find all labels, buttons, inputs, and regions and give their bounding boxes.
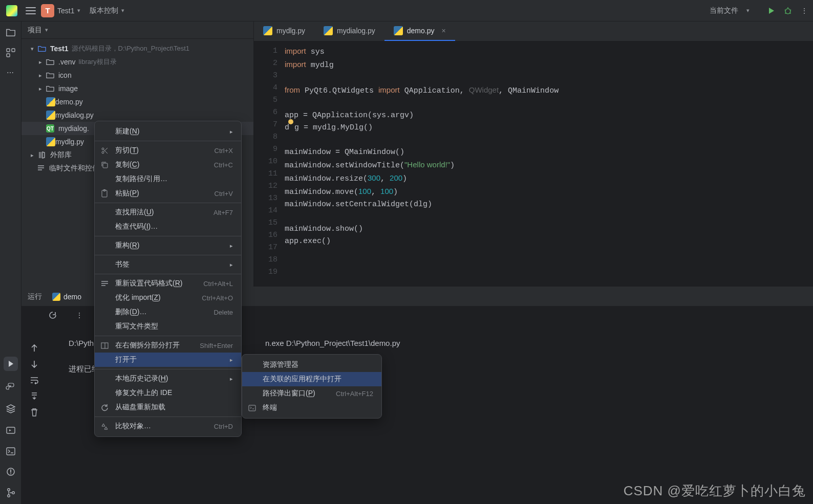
svg-point-10 [102, 148, 104, 150]
tree-item-name: mydlg.py [55, 138, 84, 146]
copy-icon [101, 161, 109, 169]
tree-row[interactable]: ▸ .venv library根目录 [22, 55, 253, 69]
scroll-to-end-icon[interactable] [30, 391, 38, 401]
code-area[interactable]: 12345678910111213141516171819 import sys… [254, 41, 813, 287]
project-panel-header[interactable]: 项目 ▾ [22, 21, 253, 39]
folder-icon[interactable] [6, 28, 16, 37]
tree-root[interactable]: ▾ Test1 源代码根目录，D:\Python_Project\Test1 [22, 42, 253, 55]
chevron-right-icon: ▸ [230, 357, 233, 363]
chevron-right-icon[interactable]: ▸ [37, 85, 44, 92]
ctx-reload[interactable]: 从磁盘重新加载 [95, 400, 241, 414]
python-file-icon [394, 26, 403, 35]
svg-rect-2 [12, 49, 15, 52]
project-badge[interactable]: T [41, 4, 54, 17]
tree-row[interactable]: ▸ icon [22, 69, 253, 82]
run-side-toolbar [27, 343, 42, 417]
layers-icon[interactable] [6, 404, 16, 414]
tree-row[interactable]: demo.py [22, 95, 253, 108]
more-icon[interactable]: ⋯ [7, 69, 15, 77]
open-in-submenu: 资源管理器 在关联的应用程序中打开 路径弹出窗口(P)Ctrl+Alt+F12 … [242, 354, 382, 419]
ctx-inspect[interactable]: 检查代码(I)… [95, 220, 241, 234]
editor-tab[interactable]: mydlg.py [254, 21, 314, 41]
watermark: CSDN @爱吃红萝卜的小白兔 [624, 482, 806, 500]
chevron-down-icon[interactable]: ▾ [77, 7, 80, 14]
structure-icon[interactable] [6, 48, 15, 57]
python-file-icon [46, 97, 55, 106]
soft-wrap-icon[interactable] [30, 376, 39, 384]
chevron-right-icon[interactable]: ▸ [37, 59, 44, 65]
terminal-icon[interactable] [6, 447, 16, 456]
ctx-find-usage[interactable]: 查找用法(U)Alt+F7 [95, 205, 241, 220]
python-file-icon [52, 293, 60, 301]
ctx-repair[interactable]: 修复文件上的 IDE [95, 386, 241, 400]
terminal-icon [248, 405, 256, 411]
sub-terminal[interactable]: 终端 [242, 401, 381, 415]
more-icon[interactable]: ⋮ [801, 7, 809, 15]
chevron-down-icon[interactable]: ▾ [29, 46, 36, 52]
folder-icon [38, 45, 46, 52]
ctx-new[interactable]: 新建(N)▸ [95, 124, 241, 139]
svg-point-8 [7, 495, 10, 497]
problems-icon[interactable] [6, 467, 15, 476]
chevron-down-icon[interactable]: ▾ [746, 7, 750, 14]
chevron-down-icon: ▾ [45, 27, 48, 33]
tab-label: mydialog.py [337, 27, 375, 35]
python-file-icon [324, 26, 333, 35]
scratch-icon [37, 164, 45, 172]
trash-icon[interactable] [30, 408, 38, 417]
tab-label: mydlg.py [276, 27, 305, 35]
topbar: T Test1 ▾ 版本控制 ▾ 当前文件 ▾ ⋮ [0, 0, 813, 21]
svg-rect-3 [7, 54, 10, 57]
tree-root-name: Test1 [50, 45, 69, 53]
ctx-open-in[interactable]: 打开于▸ [95, 353, 241, 367]
project-name[interactable]: Test1 [57, 7, 74, 15]
run-tool-icon[interactable] [4, 357, 18, 371]
svg-point-11 [102, 151, 104, 154]
chevron-down-icon[interactable]: ▾ [121, 7, 124, 14]
ctx-override[interactable]: 重写文件类型 [95, 319, 241, 334]
topbar-right: 当前文件 ▾ ⋮ [710, 6, 809, 15]
chevron-right-icon[interactable]: ▸ [37, 72, 44, 79]
chevron-right-icon[interactable]: ▸ [29, 152, 36, 159]
close-icon[interactable]: × [441, 27, 445, 35]
current-file-label[interactable]: 当前文件 [710, 6, 738, 15]
ctx-open-split[interactable]: 在右侧拆分部分打开Shift+Enter [95, 338, 241, 353]
ctx-copy[interactable]: 复制(C)Ctrl+C [95, 158, 241, 172]
sub-explorer[interactable]: 资源管理器 [242, 358, 381, 372]
step-down-icon[interactable] [30, 360, 38, 369]
services-icon[interactable] [6, 425, 16, 435]
ctx-bookmark[interactable]: 书签▸ [95, 257, 241, 272]
debug-icon[interactable] [783, 6, 793, 15]
reformat-icon [101, 280, 109, 287]
ctx-delete[interactable]: 删除(D)…Delete [95, 305, 241, 319]
version-control-menu[interactable]: 版本控制 [90, 6, 118, 15]
folder-icon [46, 72, 54, 79]
ctx-cut[interactable]: 剪切(T)Ctrl+X [95, 143, 241, 158]
scissors-icon [101, 147, 109, 155]
git-icon[interactable] [6, 488, 15, 498]
step-up-icon[interactable] [30, 343, 38, 353]
editor-tab[interactable]: mydialog.py [314, 21, 384, 41]
ctx-reformat[interactable]: 重新设置代码格式(R)Ctrl+Alt+L [95, 276, 241, 291]
python-console-icon[interactable] [6, 382, 16, 392]
ctx-local-history[interactable]: 本地历史记录(H)▸ [95, 371, 241, 386]
tree-row[interactable]: ▸ image [22, 82, 253, 95]
hamburger-icon[interactable] [26, 7, 36, 15]
ctx-paste[interactable]: 粘贴(P)Ctrl+V [95, 186, 241, 201]
chevron-right-icon: ▸ [230, 243, 233, 249]
ctx-compare[interactable]: 比较对象…Ctrl+D [95, 419, 241, 433]
chevron-right-icon: ▸ [230, 128, 233, 135]
ctx-refactor[interactable]: 重构(R)▸ [95, 238, 241, 253]
svg-rect-5 [7, 448, 15, 455]
tree-row[interactable]: mydialog.py [22, 108, 253, 122]
python-file-icon [46, 137, 55, 146]
run-play-icon[interactable] [767, 7, 775, 15]
tab-run-config[interactable]: demo [52, 293, 81, 301]
editor-tab[interactable]: demo.py× [384, 21, 455, 41]
sub-assoc-app[interactable]: 在关联的应用程序中打开 [242, 372, 381, 386]
tab-run[interactable]: 运行 [28, 292, 42, 301]
ctx-copy-path[interactable]: 复制路径/引用… [95, 172, 241, 186]
ctx-optimize[interactable]: 优化 import(Z)Ctrl+Alt+O [95, 291, 241, 305]
sub-path-popup[interactable]: 路径弹出窗口(P)Ctrl+Alt+F12 [242, 386, 381, 401]
code-content[interactable]: import sys import mydlg from PyQt6.QtWid… [285, 41, 559, 287]
